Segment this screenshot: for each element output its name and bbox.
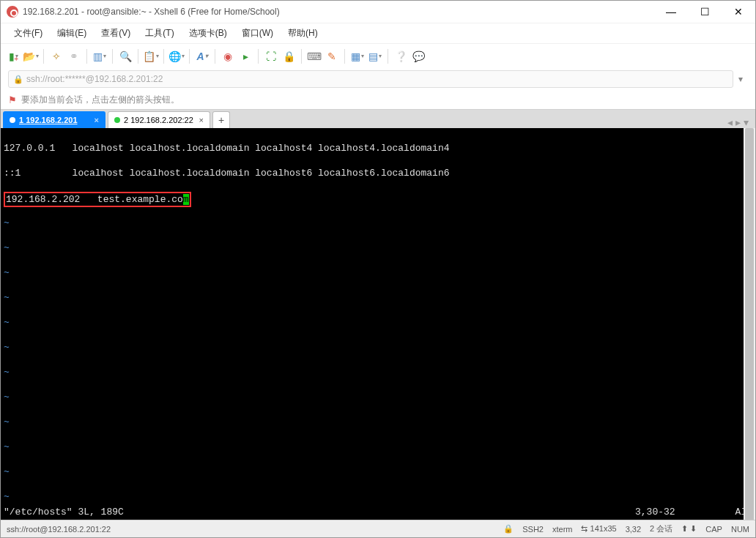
address-text: ssh://root:******@192.168.2.201:22 <box>26 74 163 84</box>
terminal-line-highlighted: 192.168.2.202 test.example.com <box>4 192 752 204</box>
cursor: m <box>183 194 189 205</box>
scrollbar-thumb[interactable] <box>745 128 754 520</box>
addressbar: 🔒 ssh://root:******@192.168.2.201:22 ▾ <box>1 68 755 90</box>
menu-tools[interactable]: 工具(T) <box>138 24 181 42</box>
menu-tabs[interactable]: 选项卡(B) <box>182 24 234 42</box>
hosts-name: test.example.co <box>97 194 183 205</box>
layout1-button[interactable]: ▦ <box>349 48 366 64</box>
new-session-button[interactable]: ▮+ <box>5 48 21 64</box>
vim-tilde: ~ <box>4 366 752 378</box>
open-button[interactable]: 📂 <box>23 48 39 64</box>
lock-icon: 🔒 <box>503 524 514 534</box>
feedback-button[interactable]: 💬 <box>410 48 426 64</box>
maximize-button[interactable]: ☐ <box>688 1 722 23</box>
play-button[interactable]: ▸ <box>237 48 253 64</box>
menu-file[interactable]: 文件(F) <box>7 24 50 42</box>
scrollbar[interactable] <box>744 128 755 520</box>
terminal-line: 127.0.0.1 localhost localhost.localdomai… <box>4 142 752 154</box>
separator <box>344 49 345 64</box>
separator <box>43 49 44 64</box>
reconnect-button[interactable]: ✧ <box>48 48 64 64</box>
separator <box>189 49 190 64</box>
globe-button[interactable]: 🌐 <box>168 48 185 64</box>
tab-1-active[interactable]: 1 192.168.2.201 × <box>3 111 105 128</box>
tipbar: ⚑ 要添加当前会话，点击左侧的箭头按钮。 <box>1 90 755 109</box>
status-dot-icon <box>114 117 120 123</box>
tip-text: 要添加当前会话，点击左侧的箭头按钮。 <box>21 94 179 106</box>
highlight-button[interactable]: ✎ <box>324 48 340 64</box>
terminal-line: ::1 localhost localhost.localdomain loca… <box>4 167 752 179</box>
separator <box>258 49 259 64</box>
close-tab-icon[interactable]: × <box>94 116 99 124</box>
window-title: 192.168.2.201 - root@ansible:~ - Xshell … <box>23 7 654 17</box>
record-button[interactable]: ◉ <box>220 48 236 64</box>
vim-tilde: ~ <box>4 217 752 229</box>
lock-button[interactable]: 🔒 <box>281 48 297 64</box>
separator <box>163 49 164 64</box>
separator <box>138 49 138 64</box>
toolbar: ▮+ 📂 ✧ ⚭ ▥ 🔍 📋 🌐 A ◉ ▸ ⛶ 🔒 ⌨ ✎ ▦ ▤ ❔ 💬 <box>1 43 755 68</box>
status-termtype: xterm <box>552 525 573 534</box>
vim-file-info: "/etc/hosts" 3L, 189C <box>4 506 635 518</box>
separator <box>388 49 388 64</box>
minimize-button[interactable]: — <box>654 1 688 23</box>
font-button[interactable]: A <box>194 48 210 64</box>
menubar: 文件(F) 编辑(E) 查看(V) 工具(T) 选项卡(B) 窗口(W) 帮助(… <box>1 23 755 43</box>
tab-nav[interactable]: ◂ ▸ ▾ <box>723 116 753 128</box>
tab-2[interactable]: 2 192.168.2.202:22 × <box>108 111 210 128</box>
address-field[interactable]: 🔒 ssh://root:******@192.168.2.201:22 <box>8 70 733 88</box>
search-button[interactable]: 🔍 <box>117 48 133 64</box>
close-button[interactable]: ✕ <box>722 1 755 23</box>
vim-tilde: ~ <box>4 316 752 329</box>
copy-button[interactable]: 📋 <box>143 48 159 64</box>
tabbar: 1 192.168.2.201 × 2 192.168.2.202:22 × +… <box>1 109 755 128</box>
lock-icon: 🔒 <box>13 75 23 84</box>
hosts-ip: 192.168.2.202 <box>6 194 97 205</box>
properties-button[interactable]: ▥ <box>92 48 108 64</box>
keyboard-button[interactable]: ⌨ <box>306 48 322 64</box>
vim-tilde: ~ <box>4 291 752 304</box>
statusbar: ssh://root@192.168.2.201:22 🔒 SSH2 xterm… <box>1 520 755 537</box>
status-capslock: CAP <box>705 525 722 534</box>
close-tab-icon[interactable]: × <box>199 116 204 124</box>
help-button[interactable]: ❔ <box>393 48 409 64</box>
vim-tilde: ~ <box>4 490 752 503</box>
titlebar: 192.168.2.201 - root@ansible:~ - Xshell … <box>1 1 755 23</box>
vim-tilde: ~ <box>4 341 752 354</box>
menu-edit[interactable]: 编辑(E) <box>50 24 94 42</box>
vim-tilde: ~ <box>4 391 752 403</box>
tab-label: 1 192.168.2.201 <box>19 116 78 124</box>
status-connection: ssh://root@192.168.2.201:22 <box>7 525 111 534</box>
app-icon <box>7 6 18 18</box>
status-dot-icon <box>10 117 15 123</box>
status-pos: 3,32 <box>626 525 641 534</box>
address-dropdown[interactable]: ▾ <box>733 74 748 84</box>
vim-tilde: ~ <box>4 466 752 478</box>
separator <box>215 49 215 64</box>
separator <box>86 49 87 64</box>
vim-cursor-pos: 3,30-32 <box>635 506 723 518</box>
flag-icon: ⚑ <box>8 94 17 105</box>
vim-tilde: ~ <box>4 416 752 428</box>
vim-statusline: "/etc/hosts" 3L, 189C 3,30-32 All <box>4 506 752 518</box>
status-sessions: 2 会话 <box>650 523 672 534</box>
terminal[interactable]: 127.0.0.1 localhost localhost.localdomai… <box>1 128 755 520</box>
add-tab-button[interactable]: + <box>212 111 230 128</box>
tab-label: 2 192.168.2.202:22 <box>124 116 193 124</box>
separator <box>301 49 302 64</box>
status-size: 141x35 <box>590 524 617 533</box>
menu-window[interactable]: 窗口(W) <box>234 24 281 42</box>
menu-view[interactable]: 查看(V) <box>94 24 138 42</box>
status-protocol: SSH2 <box>522 525 544 534</box>
vim-tilde: ~ <box>4 266 752 279</box>
status-numlock: NUM <box>731 525 749 534</box>
vim-tilde: ~ <box>4 441 752 453</box>
menu-help[interactable]: 帮助(H) <box>281 24 325 42</box>
vim-tilde: ~ <box>4 242 752 254</box>
window-controls: — ☐ ✕ <box>654 1 755 23</box>
separator <box>112 49 113 64</box>
layout2-button[interactable]: ▤ <box>367 48 383 64</box>
disconnect-button[interactable]: ⚭ <box>66 48 82 64</box>
fullscreen-button[interactable]: ⛶ <box>263 48 279 64</box>
